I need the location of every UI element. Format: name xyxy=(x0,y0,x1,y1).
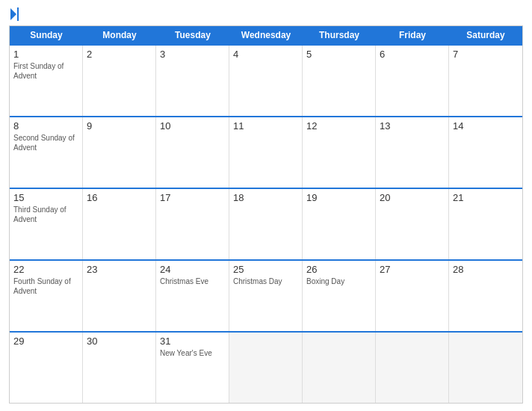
calendar-header-cell: Tuesday xyxy=(156,26,229,44)
calendar-cell: 26Boxing Day xyxy=(303,261,376,331)
header xyxy=(9,7,523,19)
day-number: 1 xyxy=(13,49,78,60)
calendar-cell: 27 xyxy=(376,261,449,331)
calendar-cell: 18 xyxy=(229,189,303,259)
calendar: SundayMondayTuesdayWednesdayThursdayFrid… xyxy=(9,25,523,404)
day-number: 11 xyxy=(233,120,298,132)
day-number: 14 xyxy=(453,120,519,132)
day-event: Third Sunday of Advent xyxy=(13,205,78,224)
calendar-cell xyxy=(449,333,522,403)
calendar-week: 293031New Year's Eve xyxy=(10,331,522,403)
calendar-cell: 20 xyxy=(376,189,449,259)
day-number: 9 xyxy=(87,120,152,132)
day-number: 8 xyxy=(13,120,78,132)
calendar-cell xyxy=(229,333,303,403)
calendar-week: 1First Sunday of Advent234567 xyxy=(10,44,522,116)
calendar-cell: 13 xyxy=(376,117,449,188)
calendar-cell: 15Third Sunday of Advent xyxy=(10,189,83,259)
day-number: 19 xyxy=(306,192,371,203)
day-event: Christmas Eve xyxy=(160,276,225,286)
day-number: 2 xyxy=(87,49,152,60)
day-number: 12 xyxy=(306,120,371,132)
day-number: 4 xyxy=(233,49,298,60)
calendar-header-cell: Friday xyxy=(376,26,449,44)
day-number: 16 xyxy=(87,192,152,203)
day-number: 18 xyxy=(233,192,298,203)
day-event: First Sunday of Advent xyxy=(13,61,78,81)
calendar-week: 22Fourth Sunday of Advent2324Christmas E… xyxy=(10,259,522,331)
calendar-body: 1First Sunday of Advent2345678Second Sun… xyxy=(10,44,522,403)
day-number: 30 xyxy=(87,336,152,347)
day-number: 22 xyxy=(13,264,78,275)
day-number: 13 xyxy=(380,120,445,132)
calendar-cell: 9 xyxy=(83,117,156,188)
calendar-cell: 28 xyxy=(449,261,522,331)
calendar-cell: 7 xyxy=(449,46,522,116)
calendar-cell xyxy=(376,333,449,403)
calendar-week: 15Third Sunday of Advent161718192021 xyxy=(10,188,522,259)
calendar-cell: 19 xyxy=(303,189,376,259)
logo-triangle-icon xyxy=(10,8,16,20)
calendar-cell: 21 xyxy=(449,189,522,259)
day-number: 26 xyxy=(306,264,371,275)
day-number: 3 xyxy=(160,49,225,60)
calendar-cell: 30 xyxy=(83,333,156,403)
calendar-cell: 31New Year's Eve xyxy=(156,333,229,403)
day-number: 28 xyxy=(453,264,519,275)
calendar-cell: 10 xyxy=(156,117,229,188)
day-number: 7 xyxy=(453,49,519,60)
logo xyxy=(9,7,19,19)
calendar-cell: 11 xyxy=(229,117,303,188)
calendar-header-cell: Wednesday xyxy=(229,26,303,44)
calendar-cell: 8Second Sunday of Advent xyxy=(10,117,83,188)
day-number: 31 xyxy=(160,336,225,347)
calendar-cell: 25Christmas Day xyxy=(229,261,303,331)
day-number: 5 xyxy=(306,49,371,60)
calendar-header-cell: Monday xyxy=(83,26,156,44)
calendar-cell: 14 xyxy=(449,117,522,188)
calendar-cell: 16 xyxy=(83,189,156,259)
day-number: 29 xyxy=(13,336,78,347)
day-event: Christmas Day xyxy=(233,276,298,286)
day-number: 21 xyxy=(453,192,519,203)
day-number: 20 xyxy=(380,192,445,203)
calendar-cell: 2 xyxy=(83,46,156,116)
page: SundayMondayTuesdayWednesdayThursdayFrid… xyxy=(0,0,532,411)
calendar-cell: 24Christmas Eve xyxy=(156,261,229,331)
calendar-cell: 6 xyxy=(376,46,449,116)
calendar-cell: 29 xyxy=(10,333,83,403)
day-number: 27 xyxy=(380,264,445,275)
calendar-cell: 12 xyxy=(303,117,376,188)
calendar-cell: 4 xyxy=(229,46,303,116)
calendar-cell: 23 xyxy=(83,261,156,331)
logo-line-icon xyxy=(17,7,19,21)
day-event: Fourth Sunday of Advent xyxy=(13,276,78,296)
calendar-cell: 17 xyxy=(156,189,229,259)
day-number: 23 xyxy=(87,264,152,275)
day-number: 24 xyxy=(160,264,225,275)
day-event: Second Sunday of Advent xyxy=(13,133,78,152)
calendar-cell: 1First Sunday of Advent xyxy=(10,46,83,116)
day-event: New Year's Eve xyxy=(160,348,225,358)
day-number: 10 xyxy=(160,120,225,132)
calendar-header-row: SundayMondayTuesdayWednesdayThursdayFrid… xyxy=(10,26,522,44)
day-number: 17 xyxy=(160,192,225,203)
calendar-week: 8Second Sunday of Advent91011121314 xyxy=(10,116,522,188)
calendar-header-cell: Thursday xyxy=(303,26,376,44)
calendar-header-cell: Saturday xyxy=(449,26,522,44)
calendar-cell: 3 xyxy=(156,46,229,116)
calendar-cell xyxy=(303,333,376,403)
calendar-cell: 22Fourth Sunday of Advent xyxy=(10,261,83,331)
day-event: Boxing Day xyxy=(306,276,371,286)
day-number: 6 xyxy=(380,49,445,60)
day-number: 25 xyxy=(233,264,298,275)
calendar-cell: 5 xyxy=(303,46,376,116)
calendar-header-cell: Sunday xyxy=(10,26,83,44)
day-number: 15 xyxy=(13,192,78,203)
